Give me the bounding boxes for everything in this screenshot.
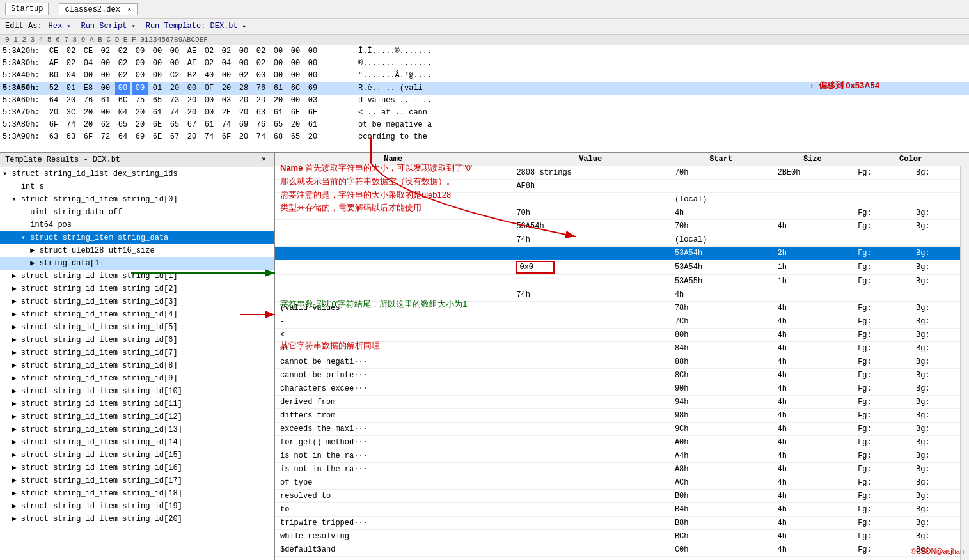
watermark: ©CSDN@asjhan (911, 547, 964, 555)
table-row: (valid values 78h 4h Fg: Bg: (275, 302, 969, 315)
table-row: $default$and C0h 4h Fg: Bg: (275, 543, 969, 557)
hex-row-3a60: 5:3A60h: 642076616C756573200003202D20000… (0, 95, 969, 107)
tree-item-string-id-15[interactable]: ▶ struct string_id_item string_id[15] (0, 449, 274, 462)
template-header: Template Results - DEX.bt × (0, 153, 274, 167)
hex-row-3a20: 5:3A20h: CE02CE0202000000AE0202000200000… (0, 45, 969, 58)
tree-item-root[interactable]: ▾ struct string_id_list dex_string_ids (0, 167, 274, 180)
table-row: while resolving BCh 4h Fg: Bg: (275, 530, 969, 543)
offset-annotation: 偏移到 0x53A54 (819, 80, 879, 91)
tree-item-uleb128[interactable]: ▶ struct uleb128 utf16_size (0, 244, 274, 257)
data-table: Name Value Start Size Color 2808 strings… (275, 153, 969, 557)
table-row-selected: 53A54h 2h Fg: Bg: (275, 247, 969, 260)
utf16-value-input[interactable] (516, 261, 555, 274)
tree-item-string-id-19[interactable]: ▶ struct string_id_item string_id[19] (0, 500, 274, 513)
table-row: differs from 98h 4h Fg: Bg: (275, 409, 969, 423)
hex-panel: 0 1 2 3 4 5 6 7 8 9 A B C D E F 01234567… (0, 35, 969, 153)
tree-item-string-id-5[interactable]: ▶ struct string_id_item string_id[5] (0, 321, 274, 334)
title-bar: Startup classes2.dex × (0, 0, 969, 19)
tree-item-string-id-7[interactable]: ▶ struct string_id_item string_id[7] (0, 346, 274, 359)
col-name: Name (275, 153, 511, 166)
tree-item-string-id-17[interactable]: ▶ struct string_id_item string_id[17] (0, 474, 274, 487)
table-row: cannot be negati··· 88h 4h Fg: Bg: (275, 355, 969, 369)
col-size: Size (772, 153, 853, 166)
template-section: Template Results - DEX.bt × ▾ struct str… (0, 153, 275, 560)
scrollbar[interactable] (960, 153, 969, 560)
col-color: Color (853, 153, 969, 166)
tree-item-string-id-9[interactable]: ▶ struct string_id_item string_id[9] (0, 372, 274, 385)
table-row: < 80h 4h Fg: Bg: (275, 329, 969, 342)
hex-row-3a30: 5:3A30h: AE02040002000000AF0204000200000… (0, 58, 969, 70)
hex-row-3a70: 5:3A70h: 203C20000420617420002E2063616E6… (0, 107, 969, 119)
hex-row-3a90: 5:3A90h: 63636F7264696E6720746F207468652… (0, 131, 969, 143)
tree-item-string-id-11[interactable]: ▶ struct string_id_item string_id[11] (0, 398, 274, 410)
table-row: derived from 94h 4h Fg: Bg: (275, 396, 969, 409)
tree-item-int-s[interactable]: int s (0, 180, 274, 193)
table-row: at 84h 4h Fg: Bg: (275, 342, 969, 355)
tree-item-string-id-6[interactable]: ▶ struct string_id_item string_id[6] (0, 334, 274, 346)
table-row: is not in the ra··· A4h 4h Fg: Bg: (275, 449, 969, 463)
table-row: 53A54h 70h 4h Fg: Bg: (275, 220, 969, 233)
run-script-menu[interactable]: Run Script ▾ (77, 20, 139, 32)
tree-item-string-item[interactable]: ▾ struct string_item string_data (0, 231, 274, 244)
bottom-panel: Template Results - DEX.bt × ▾ struct str… (0, 153, 969, 560)
tree-item-string-id-10[interactable]: ▶ struct string_id_item string_id[10] (0, 385, 274, 398)
table-row: cannot be printe··· 8Ch 4h Fg: Bg: (275, 369, 969, 382)
table-row-utf16: 53A54h 1h Fg: Bg: (275, 260, 969, 275)
table-header: Name Value Start Size Color (275, 153, 969, 166)
hex-menu[interactable]: Hex ▾ (45, 20, 75, 32)
table-row: characters excee··· 90h 4h Fg: Bg: (275, 382, 969, 396)
table-row: is not in the ra··· A8h 4h Fg: Bg: (275, 463, 969, 476)
tree-item-string-id-1[interactable]: ▶ struct string_id_item string_id[1] (0, 270, 274, 283)
tree-item-int64-pos[interactable]: int64 pos (0, 219, 274, 231)
startup-tab[interactable]: Startup (5, 3, 49, 15)
tree-item-string-id-16[interactable]: ▶ struct string_id_item string_id[16] (0, 462, 274, 474)
filename-tab[interactable]: classes2.dex × (59, 3, 137, 15)
tree-item-string-id-8[interactable]: ▶ struct string_id_item string_id[8] (0, 359, 274, 372)
tree-item-string-id-14[interactable]: ▶ struct string_id_item string_id[14] (0, 436, 274, 449)
template-close-btn[interactable]: × (259, 155, 269, 164)
table-row: AF8h (275, 180, 969, 193)
table-row-data1: 53A55h 1h Fg: Bg: (275, 275, 969, 288)
table-row: (local) (275, 193, 969, 206)
table-row: resolved to B0h 4h Fg: Bg: (275, 490, 969, 503)
tree-item-string-id-12[interactable]: ▶ struct string_id_item string_id[12] (0, 410, 274, 423)
edit-as-label: Edit As: (5, 22, 42, 31)
hex-row-3a80: 5:3A80h: 6F74206265206E65676174697665206… (0, 119, 969, 131)
table-row: tripwire tripped··· B8h 4h Fg: Bg: (275, 517, 969, 530)
tree-item-string-id-2[interactable]: ▶ struct string_id_item string_id[2] (0, 283, 274, 295)
table-row: 70h 4h Fg: Bg: (275, 206, 969, 220)
tree-item-uint-off[interactable]: uint string_data_off (0, 206, 274, 219)
template-title: Template Results - DEX.bt (5, 155, 120, 164)
table-row: 74h (local) (275, 233, 969, 247)
run-template-menu[interactable]: Run Template: DEX.bt ▸ (142, 20, 250, 32)
tree-item-string-id-13[interactable]: ▶ struct string_id_item string_id[13] (0, 423, 274, 436)
tree-item-string-id-0[interactable]: ▾ struct string_id_item string_id[0] (0, 193, 274, 206)
table-row: - 7Ch 4h Fg: Bg: (275, 315, 969, 329)
table-row: 74h 4h (275, 288, 969, 302)
col-value: Value (511, 153, 670, 166)
data-panel: Name 首先读取字符串的大小，可以发现读取到了"0" 那么就表示当前的字符串数… (275, 153, 969, 560)
table-row: of type ACh 4h Fg: Bg: (275, 476, 969, 490)
tree-item-string-id-3[interactable]: ▶ struct string_id_item string_id[3] (0, 295, 274, 308)
table-row: to B4h 4h Fg: Bg: (275, 503, 969, 517)
tree-item-string-id-18[interactable]: ▶ struct string_id_item string_id[18] (0, 487, 274, 500)
tree-item-string-id-20[interactable]: ▶ struct string_id_item string_id[20] (0, 513, 274, 525)
close-icon[interactable]: × (127, 6, 132, 13)
menu-bar: Edit As: Hex ▾ Run Script ▾ Run Template… (0, 19, 969, 35)
tree-item-string-id-4[interactable]: ▶ struct string_id_item string_id[4] (0, 308, 274, 321)
table-row: exceeds the maxi··· 9Ch 4h Fg: Bg: (275, 423, 969, 436)
tree-item-string-data1[interactable]: ▶ string data[1] (0, 257, 274, 270)
table-row: for get() method··· A0h 4h Fg: Bg: (275, 436, 969, 449)
col-start: Start (670, 153, 773, 166)
table-row: 2808 strings 70h 2BE0h Fg: Bg: (275, 166, 969, 180)
hex-header: 0 1 2 3 4 5 6 7 8 9 A B C D E F 01234567… (0, 35, 969, 45)
